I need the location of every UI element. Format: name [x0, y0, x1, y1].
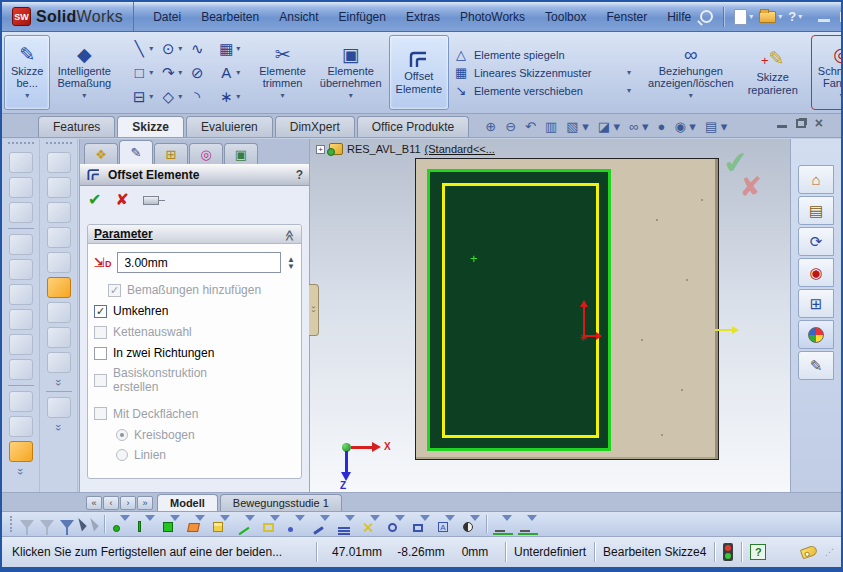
view-tool-icon[interactable]: ▧ ▾	[566, 119, 588, 134]
checkbox-cap-ends[interactable]: Mit Deckflächen	[94, 407, 295, 421]
menu-item[interactable]: Hilfe	[658, 7, 700, 27]
sketch-tool-icon[interactable]	[47, 202, 71, 223]
sketch-entity-button[interactable]: ⊙ ▾	[157, 37, 184, 61]
tab-nav-button[interactable]: »	[137, 496, 153, 510]
filter-surface-bodies-icon[interactable]	[186, 515, 205, 533]
view-tool-icon[interactable]: ▤ ▾	[705, 119, 727, 134]
feature-tool-icon[interactable]	[9, 234, 33, 255]
filter-geometric-tolerances-icon[interactable]	[411, 515, 430, 533]
feature-tool-icon[interactable]	[9, 334, 33, 355]
collapse-chevron-icon[interactable]: ≪	[284, 229, 297, 239]
feature-tool-icon[interactable]	[9, 177, 33, 198]
feature-tool-icon[interactable]	[9, 202, 33, 223]
tab-modell[interactable]: Modell	[157, 494, 218, 511]
resize-grip[interactable]: ⋰	[825, 547, 835, 557]
feature-tool-icon[interactable]	[9, 259, 33, 280]
taskpane-search-button[interactable]: ◉	[798, 258, 834, 287]
sketch-entity-button[interactable]: ∿ ▾	[186, 37, 213, 61]
tab-dimxpert-manager[interactable]: ◎	[189, 143, 223, 164]
sketch-entity-button[interactable]: □ ▾	[128, 61, 155, 85]
filter-datum-targets-icon[interactable]	[386, 515, 405, 533]
help-button[interactable]: ?▾	[788, 9, 802, 24]
part-name[interactable]: RES_AVL_B11	[347, 143, 421, 155]
radio-lines[interactable]: Linien	[116, 448, 295, 462]
checkbox-select-chain[interactable]: Kettenauswahl	[94, 325, 295, 339]
filter-sketch-points-icon[interactable]	[286, 515, 305, 533]
tab-skizze[interactable]: Skizze	[117, 116, 184, 137]
cancel-button[interactable]: ✘	[115, 190, 128, 209]
sketch-tool-icon[interactable]	[47, 152, 71, 173]
model-body[interactable]: + ✳	[415, 158, 719, 460]
taskpane-resources-button[interactable]: ⌂	[798, 165, 834, 194]
menu-item[interactable]: Datei	[144, 7, 190, 27]
sketch-entity-button[interactable]: A ▾	[215, 61, 242, 85]
sketch-entity-button[interactable]: ╲ ▾	[128, 37, 155, 61]
offset-direction-arrow[interactable]	[715, 326, 739, 334]
tab-office-produkte[interactable]: Office Produkte	[357, 116, 470, 137]
lasso-cursor-icon[interactable]	[90, 516, 99, 531]
chevron-down-icon[interactable]: ▾	[178, 44, 182, 53]
sketch-button[interactable]: ✎ Skizze be... ▾	[4, 35, 50, 110]
tab-configuration-manager[interactable]: ⊞	[154, 143, 188, 164]
sketch-origin[interactable]: ✳	[565, 302, 605, 342]
quick-tips-button[interactable]: ?	[750, 544, 766, 560]
doc-minimize-button[interactable]	[777, 125, 787, 128]
filter-vertices-icon[interactable]	[111, 515, 130, 533]
checkbox-add-dimensions[interactable]: ✓ Bemaßungen hinzufügen	[108, 283, 295, 297]
view-tool-icon[interactable]: ↶	[525, 119, 536, 134]
chevron-down-icon[interactable]: ▾	[178, 92, 182, 101]
sketch-entity-button[interactable]: ◝ ▾	[186, 85, 213, 109]
display-relations-button[interactable]: ∞ Beziehungen anzeigen/löschen ▾	[641, 35, 741, 110]
filter-sketches-icon[interactable]	[311, 515, 330, 533]
chevron-down-icon[interactable]: ▾	[749, 12, 753, 21]
pin-button[interactable]	[143, 196, 159, 205]
distance-spinner[interactable]: ▲ ▼	[287, 256, 295, 270]
select-cursor-icon[interactable]	[78, 516, 87, 531]
toolbar-more-chevron[interactable]: ››	[15, 468, 26, 475]
offset-distance-input[interactable]	[122, 255, 276, 271]
feature-tool-icon[interactable]	[9, 391, 33, 412]
feature-tool-icon[interactable]	[9, 152, 33, 173]
tab-bewegungsstudie[interactable]: Bewegungsstudie 1	[220, 494, 342, 511]
chevron-down-icon[interactable]: ▾	[798, 12, 802, 21]
taskpane-file-explorer-button[interactable]: ⟳	[798, 227, 834, 256]
new-document-button[interactable]: ▾	[734, 9, 753, 25]
clear-all-filters-icon[interactable]	[40, 520, 54, 529]
filter-balloons-icon[interactable]	[461, 515, 480, 533]
menu-item[interactable]: Extras	[397, 7, 449, 27]
checkbox-reverse[interactable]: ✓ Umkehren	[94, 304, 295, 318]
sketch-entity-button[interactable]: ⊟ ▾	[128, 85, 155, 109]
toolbar-more-chevron[interactable]: ››	[53, 424, 64, 431]
parameter-group-header[interactable]: Parameter ≪	[88, 225, 301, 244]
filter-dimensions-icon[interactable]	[336, 515, 355, 533]
tab-nav-button[interactable]: «	[86, 496, 102, 510]
sketch-entity-button[interactable]: ↷ ▾	[157, 61, 184, 85]
tab-feature-manager[interactable]: ❖	[84, 143, 118, 164]
radio-arcs[interactable]: Kreisbogen	[116, 428, 295, 442]
toolbar-grip[interactable]	[46, 142, 72, 146]
repair-sketch-button[interactable]: +✎ Skizze reparieren	[741, 35, 805, 110]
toolbar-grip[interactable]	[10, 516, 14, 532]
menu-item[interactable]: Ansicht	[270, 7, 327, 27]
tab-nav-button[interactable]: ‹	[103, 496, 119, 510]
panel-collapse-handle[interactable]: ››	[309, 284, 319, 336]
chevron-down-icon[interactable]: ▾	[627, 68, 631, 77]
taskpane-view-palette-button[interactable]: ⊞	[798, 289, 834, 318]
filter-toggle-icon[interactable]	[20, 520, 34, 529]
chevron-down-icon[interactable]: ▾	[82, 91, 86, 100]
chevron-down-icon[interactable]: ▾	[236, 92, 240, 101]
menu-item[interactable]: Einfügen	[330, 7, 395, 27]
filter-planes-icon[interactable]	[261, 515, 280, 533]
menu-item[interactable]: Toolbox	[536, 7, 595, 27]
taskpane-custom-properties-button[interactable]: ✎	[798, 351, 834, 380]
feature-tool-icon[interactable]	[9, 359, 33, 380]
sketch-tool-icon[interactable]	[47, 227, 71, 248]
confirmation-cancel-icon[interactable]: ✘	[739, 171, 762, 203]
feature-tool-icon[interactable]	[9, 284, 33, 305]
chevron-down-icon[interactable]: ▾	[236, 68, 240, 77]
chevron-down-icon[interactable]: ▾	[840, 91, 843, 100]
chevron-down-icon[interactable]: ▾	[236, 44, 240, 53]
checkbox-bi-directional[interactable]: In zwei Richtungen	[94, 346, 295, 360]
view-tool-icon[interactable]: ●	[658, 119, 666, 134]
filter-axes-icon[interactable]	[236, 515, 255, 533]
